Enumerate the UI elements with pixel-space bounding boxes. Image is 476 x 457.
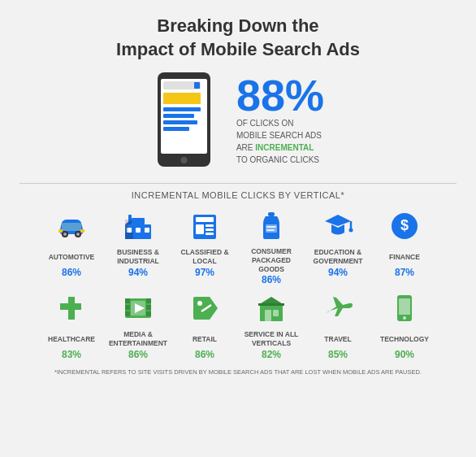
svg-rect-58: [399, 298, 410, 315]
svg-rect-30: [206, 228, 214, 231]
footnote: *INCREMENTAL REFERS TO SITE VISITS DRIVE…: [48, 368, 428, 377]
vertical-service: SERVICE IN ALL VERTICALS 82%: [238, 290, 305, 360]
business-pct: 94%: [128, 267, 148, 278]
vertical-healthcare: HEALTHCARE 83%: [38, 290, 105, 360]
newspaper-icon: [187, 208, 223, 244]
store-icon: [253, 290, 289, 326]
education-pct: 94%: [328, 267, 348, 278]
svg-point-9: [181, 157, 188, 163]
svg-rect-32: [268, 212, 275, 216]
vertical-classified: CLASSIFIED & LOCAL 97%: [171, 208, 238, 285]
svg-rect-16: [80, 229, 84, 233]
vertical-automotive: AUTOMOTIVE 86%: [38, 208, 105, 285]
main-container: Breaking Down the Impact of Mobile Searc…: [0, 0, 476, 457]
verticals-grid: AUTOMOTIVE 86% BUSINESS & INDUSTRIAL: [19, 208, 457, 365]
consumer-pct: 86%: [262, 274, 281, 285]
svg-rect-19: [136, 228, 141, 233]
svg-rect-24: [125, 220, 128, 233]
service-pct: 82%: [262, 349, 281, 360]
vertical-retail: RETAIL 86%: [171, 290, 238, 360]
incremental-word: INCREMENTAL: [255, 143, 314, 152]
svg-marker-36: [325, 215, 351, 226]
section-label: INCREMENTAL MOBILE CLICKS BY VERTICAL*: [132, 190, 345, 200]
graduation-icon: [320, 208, 356, 244]
svg-point-14: [76, 233, 80, 236]
healthcare-label: HEALTHCARE: [48, 329, 95, 349]
automotive-pct: 86%: [62, 267, 81, 278]
svg-point-50: [197, 301, 202, 306]
vertical-business: BUSINESS & INDUSTRIAL 94%: [105, 208, 171, 285]
svg-point-59: [403, 316, 406, 320]
svg-rect-42: [125, 298, 130, 303]
vertical-finance: $ FINANCE 87%: [371, 208, 438, 285]
svg-rect-23: [125, 233, 133, 239]
dollar-icon: $: [387, 208, 422, 244]
travel-label: TRAVEL: [324, 329, 351, 349]
phone-illustration: [152, 71, 217, 168]
svg-rect-31: [206, 233, 214, 235]
svg-rect-21: [132, 218, 145, 224]
finance-pct: 87%: [395, 267, 414, 278]
automotive-label: AUTOMOTIVE: [49, 247, 95, 267]
svg-rect-45: [146, 298, 151, 303]
svg-rect-3: [194, 82, 200, 89]
car-icon: [54, 208, 89, 244]
vertical-travel: TRAVEL 85%: [305, 290, 371, 360]
finance-label: FINANCE: [389, 247, 420, 267]
svg-rect-29: [206, 224, 214, 227]
svg-rect-28: [196, 224, 204, 234]
retail-label: RETAIL: [193, 329, 217, 349]
bottle-icon: [253, 208, 289, 244]
svg-rect-27: [196, 217, 214, 222]
svg-rect-35: [266, 229, 275, 231]
classified-label: CLASSIFIED & LOCAL: [175, 247, 235, 267]
svg-rect-47: [146, 311, 151, 316]
svg-rect-43: [125, 305, 130, 310]
tag-icon: [187, 290, 223, 326]
svg-rect-54: [265, 310, 271, 321]
service-label: SERVICE IN ALL VERTICALS: [241, 329, 301, 349]
consumer-label: CONSUMER PACKAGED GOODS: [241, 247, 301, 274]
stat-number: 88%: [236, 73, 324, 117]
film-icon: [120, 290, 156, 326]
plane-icon: [320, 290, 356, 326]
classified-pct: 97%: [195, 267, 214, 278]
travel-pct: 85%: [328, 349, 348, 360]
svg-rect-5: [163, 107, 201, 111]
svg-rect-8: [163, 127, 189, 131]
svg-rect-33: [266, 224, 277, 233]
svg-text:$: $: [400, 217, 409, 233]
factory-icon: [120, 208, 156, 244]
vertical-technology: TECHNOLOGY 90%: [371, 290, 438, 360]
technology-pct: 90%: [395, 349, 414, 360]
retail-pct: 86%: [195, 349, 214, 360]
svg-rect-34: [266, 226, 276, 228]
vertical-education: EDUCATION & GOVERNMENT 94%: [305, 208, 371, 285]
technology-label: TECHNOLOGY: [380, 329, 429, 349]
svg-rect-46: [146, 305, 151, 310]
svg-rect-6: [163, 114, 194, 118]
business-label: BUSINESS & INDUSTRIAL: [108, 247, 168, 267]
stat-description: OF CLICKS ONMOBILE SEARCH ADSARE INCREME…: [236, 117, 324, 166]
svg-rect-56: [258, 303, 284, 306]
svg-rect-10: [62, 223, 81, 231]
svg-rect-44: [125, 311, 130, 316]
svg-rect-4: [163, 93, 201, 104]
education-label: EDUCATION & GOVERNMENT: [308, 247, 368, 267]
healthcare-pct: 83%: [62, 349, 81, 360]
stat-block: 88% OF CLICKS ONMOBILE SEARCH ADSARE INC…: [236, 73, 324, 166]
media-pct: 86%: [128, 349, 148, 360]
svg-rect-55: [273, 310, 279, 316]
mobile-phone-icon: [387, 290, 422, 326]
svg-point-38: [349, 228, 353, 233]
svg-rect-7: [163, 120, 197, 124]
vertical-consumer: CONSUMER PACKAGED GOODS 86%: [238, 208, 305, 285]
svg-rect-20: [145, 228, 149, 233]
divider: [19, 183, 457, 184]
page-title: Breaking Down the Impact of Mobile Searc…: [116, 15, 360, 61]
media-label: MEDIA & ENTERTAINMENT: [108, 329, 168, 349]
hero-section: 88% OF CLICKS ONMOBILE SEARCH ADSARE INC…: [152, 71, 324, 168]
vertical-media: MEDIA & ENTERTAINMENT 86%: [105, 290, 171, 360]
svg-point-13: [63, 233, 67, 236]
cross-icon: [54, 290, 89, 326]
